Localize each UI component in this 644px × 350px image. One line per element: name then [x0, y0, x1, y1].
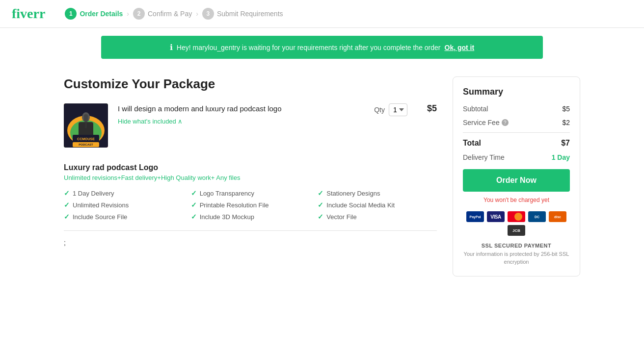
subtotal-label: Subtotal: [463, 105, 488, 113]
check-icon: ✓: [318, 213, 323, 221]
main-content: Customize Your Package: [52, 67, 592, 286]
header: fiverr 1 Order Details › 2 Confirm & Pay…: [0, 0, 644, 28]
feature-label: Stationery Designs: [326, 190, 380, 197]
feature-label: Include 3D Mockup: [200, 213, 254, 221]
step-2-circle: 2: [133, 8, 145, 20]
delivery-value: 1 Day: [552, 153, 570, 161]
summary-box: Summary Subtotal $5 Service Fee ? $2 Tot…: [453, 76, 580, 276]
order-now-button[interactable]: Order Now: [463, 169, 570, 192]
breadcrumb-steps: 1 Order Details › 2 Confirm & Pay › 3 Su…: [65, 8, 283, 20]
alert-banner: ℹ Hey! marylou_gentry is waiting for you…: [101, 36, 543, 59]
alert-ok-link[interactable]: Ok, got it: [445, 44, 475, 51]
check-icon: ✓: [191, 201, 197, 209]
alert-message: Hey! marylou_gentry is waiting for your …: [177, 44, 441, 51]
feature-logo-transparency: ✓ Logo Transparency: [191, 189, 310, 197]
feature-stationery-designs: ✓ Stationery Designs: [318, 189, 437, 197]
feature-label: Unlimited Revisions: [73, 201, 129, 209]
discover-icon: disc: [549, 211, 566, 222]
summary-title: Summary: [463, 87, 570, 97]
total-value: $7: [561, 139, 570, 148]
summary-divider: [463, 132, 570, 133]
package-name: Luxury rad podcast Logo: [64, 163, 437, 172]
payment-icons: PayPal VISA DC disc JCB: [463, 211, 570, 236]
sidebar: Summary Subtotal $5 Service Fee ? $2 Tot…: [453, 76, 580, 276]
feature-label: Include Social Media Kit: [326, 201, 395, 209]
feature-label: Include Source File: [73, 213, 127, 221]
diners-icon: DC: [528, 211, 546, 222]
check-icon: ✓: [64, 213, 70, 221]
svg-rect-6: [84, 114, 88, 122]
step-2: 2 Confirm & Pay: [133, 8, 192, 20]
total-row: Total $7: [463, 139, 570, 148]
fiverr-logo[interactable]: fiverr: [12, 6, 45, 22]
subtotal-row: Subtotal $5: [463, 105, 570, 113]
subtotal-value: $5: [562, 105, 570, 113]
features-grid: ✓ 1 Day Delivery ✓ Logo Transparency ✓ S…: [64, 189, 437, 221]
feature-vector-file: ✓ Vector File: [318, 213, 437, 221]
mastercard-icon: [508, 211, 525, 222]
qty-label: Qty: [374, 106, 385, 114]
svg-point-12: [514, 213, 522, 221]
jcb-icon: JCB: [508, 225, 525, 236]
step-3-circle: 3: [202, 8, 214, 20]
content-area: Customize Your Package: [64, 76, 437, 276]
feature-1-day-delivery: ✓ 1 Day Delivery: [64, 189, 183, 197]
step-arrow-1: ›: [127, 10, 129, 18]
service-fee-help-icon[interactable]: ?: [502, 119, 509, 126]
step-1-circle: 1: [65, 8, 77, 20]
delivery-row: Delivery Time 1 Day: [463, 153, 570, 161]
hide-whats-included-link[interactable]: Hide what's included ∧: [118, 118, 364, 125]
check-icon: ✓: [318, 201, 323, 209]
check-icon: ✓: [191, 213, 197, 221]
feature-source-file: ✓ Include Source File: [64, 213, 183, 221]
step-arrow-2: ›: [196, 10, 198, 18]
content-divider: [64, 230, 437, 231]
feature-3d-mockup: ✓ Include 3D Mockup: [191, 213, 310, 221]
product-qty: Qty 1 2 3: [374, 103, 407, 116]
svg-text:CCMOUSE: CCMOUSE: [77, 137, 95, 141]
product-price: $5: [417, 103, 437, 114]
qty-select[interactable]: 1 2 3: [389, 103, 407, 116]
feature-social-media-kit: ✓ Include Social Media Kit: [318, 201, 437, 209]
ssl-title: SSL SECURED PAYMENT: [463, 242, 570, 250]
product-image: CCMOUSE PODCAST: [64, 103, 108, 148]
ssl-desc: Your information is protected by 256-bit…: [463, 250, 570, 266]
service-fee-value: $2: [562, 119, 570, 126]
check-icon: ✓: [64, 189, 70, 197]
delivery-label: Delivery Time: [463, 153, 505, 161]
package-desc: Unlimited revisions+Fast delivery+High Q…: [64, 174, 437, 181]
check-icon: ✓: [191, 189, 197, 197]
service-fee-label: Service Fee ?: [463, 119, 509, 126]
check-icon: ✓: [64, 201, 70, 209]
feature-label: Logo Transparency: [200, 190, 254, 197]
product-title: I will design a modern and luxury rad po…: [118, 103, 364, 114]
page-title: Customize Your Package: [64, 76, 437, 92]
paypal-icon: PayPal: [466, 211, 484, 222]
step-1-label[interactable]: Order Details: [80, 10, 123, 18]
feature-label: 1 Day Delivery: [73, 190, 114, 197]
feature-label: Printable Resolution File: [200, 201, 269, 209]
semicolon-placeholder: ;: [64, 239, 66, 247]
svg-text:PODCAST: PODCAST: [79, 143, 93, 146]
feature-label: Vector File: [326, 213, 356, 221]
product-row: CCMOUSE PODCAST I will design a modern a…: [64, 103, 437, 155]
total-label: Total: [463, 139, 481, 148]
feature-unlimited-revisions: ✓ Unlimited Revisions: [64, 201, 183, 209]
step-1: 1 Order Details: [65, 8, 123, 20]
product-info: I will design a modern and luxury rad po…: [118, 103, 364, 125]
no-charge-text: You won't be charged yet: [463, 197, 570, 203]
ssl-text: SSL SECURED PAYMENT Your information is …: [463, 242, 570, 266]
step-2-label[interactable]: Confirm & Pay: [148, 10, 192, 18]
step-3-label[interactable]: Submit Requirements: [217, 10, 283, 18]
service-fee-row: Service Fee ? $2: [463, 119, 570, 126]
info-icon: ℹ: [170, 43, 173, 52]
product-logo-svg: CCMOUSE PODCAST: [64, 103, 108, 148]
step-3: 3 Submit Requirements: [202, 8, 283, 20]
feature-printable-resolution: ✓ Printable Resolution File: [191, 201, 310, 209]
check-icon: ✓: [318, 189, 323, 197]
visa-icon: VISA: [487, 211, 505, 222]
